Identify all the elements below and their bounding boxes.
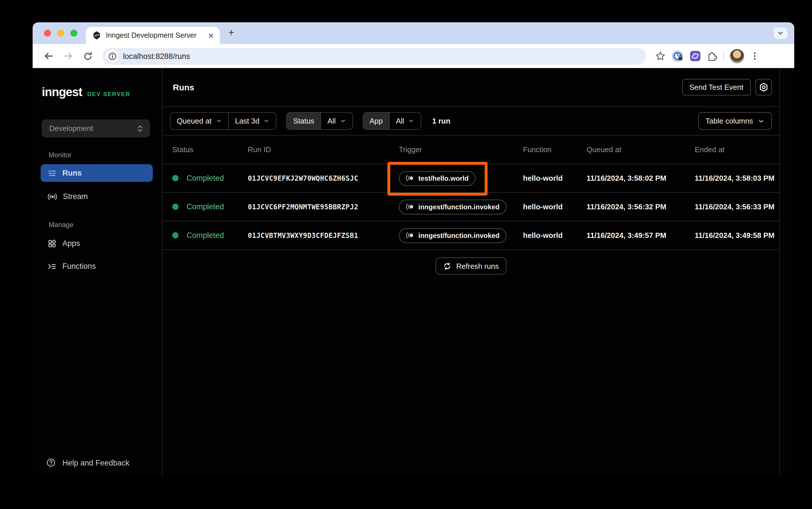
trigger-name: inngest/function.invoked <box>418 231 499 239</box>
chevron-down-icon <box>758 117 765 125</box>
app-filter-label: App <box>363 113 389 129</box>
new-tab-button[interactable]: + <box>228 28 234 38</box>
bookmark-star-icon[interactable] <box>655 51 665 61</box>
help-and-feedback[interactable]: Help and Feedback <box>46 458 129 467</box>
site-info-button[interactable] <box>106 50 119 62</box>
trigger-name: test/hello.world <box>418 174 469 182</box>
main-content: Runs Send Test Event Queued at <box>163 68 794 475</box>
close-window-button[interactable] <box>44 30 51 37</box>
page-header: Runs Send Test Event <box>163 68 779 107</box>
time-field-label: Queued at <box>177 117 212 125</box>
time-range-dropdown[interactable]: Last 3d <box>228 113 276 129</box>
column-header-status[interactable]: Status <box>172 145 248 154</box>
runs-panel: Runs Send Test Event Queued at <box>163 68 780 475</box>
table-row[interactable]: Completed 01JCVC9EFKJ2W70WQHC6ZH6SJC tes… <box>163 164 779 193</box>
forward-button[interactable] <box>60 48 76 64</box>
ended-at-value: 11/16/2024, 3:49:58 PM <box>695 231 780 240</box>
browser-tab[interactable]: Inngest Development Server ✕ <box>86 27 220 44</box>
password-manager-extension-icon[interactable] <box>671 50 684 62</box>
column-header-function[interactable]: Function <box>523 145 587 154</box>
sidebar-item-label: Functions <box>62 262 96 271</box>
environment-selector[interactable]: Development <box>42 120 150 137</box>
section-label-monitor: Monitor <box>48 151 162 159</box>
time-filter-group: Queued at Last 3d <box>170 112 277 130</box>
queued-at-value: 11/16/2024, 3:56:32 PM <box>587 202 695 211</box>
help-and-feedback-label: Help and Feedback <box>62 459 129 467</box>
apps-icon <box>47 239 57 248</box>
event-trigger-icon <box>406 202 414 211</box>
column-header-queued-at[interactable]: Queued at <box>587 145 695 154</box>
tab-search-chevron-button[interactable] <box>774 28 787 39</box>
column-header-ended-at[interactable]: Ended at <box>695 145 780 154</box>
sidebar-item-runs[interactable]: Runs <box>41 164 153 182</box>
function-name: hello-world <box>523 202 587 211</box>
screenshot-canvas: Inngest Development Server ✕ + <box>0 0 812 509</box>
profile-avatar[interactable] <box>729 48 745 64</box>
functions-icon <box>47 262 57 271</box>
time-field-dropdown[interactable]: Queued at <box>170 113 228 129</box>
browser-menu-kebab-icon[interactable] <box>750 52 759 61</box>
status-filter-label: Status <box>287 113 321 129</box>
refresh-runs-button[interactable]: Refresh runs <box>436 257 507 274</box>
chevron-down-icon <box>216 118 222 124</box>
status-filter-dropdown[interactable]: All <box>320 113 352 129</box>
send-test-event-button[interactable]: Send Test Event <box>682 79 751 96</box>
maximize-window-button[interactable] <box>70 30 77 37</box>
status-dot-completed <box>172 232 178 238</box>
column-header-run-id[interactable]: Run ID <box>248 145 399 154</box>
forward-arrow-icon <box>63 51 73 61</box>
queued-at-value: 11/16/2024, 3:58:02 PM <box>587 174 695 182</box>
time-range-value: Last 3d <box>235 117 259 125</box>
toolbar-divider <box>723 51 724 61</box>
inngest-app: inngest DEV SERVER Development Monitor R… <box>33 68 794 475</box>
refresh-runs-label: Refresh runs <box>456 262 499 270</box>
back-button[interactable] <box>41 48 57 64</box>
trigger-badge[interactable]: inngest/function.invoked <box>399 228 507 243</box>
status-cell: Completed <box>172 202 248 211</box>
browser-toolbar: localhost:8288/runs <box>33 44 794 68</box>
trigger-badge[interactable]: inngest/function.invoked <box>399 199 507 214</box>
sidebar-item-label: Apps <box>62 239 80 248</box>
table-columns-button[interactable]: Table columns <box>698 112 772 130</box>
ended-at-value: 11/16/2024, 3:58:03 PM <box>695 174 780 182</box>
tab-close-icon[interactable]: ✕ <box>206 31 215 40</box>
settings-button[interactable] <box>755 79 772 96</box>
tab-title: Inngest Development Server <box>106 31 202 39</box>
status-filter-value: All <box>327 117 336 125</box>
gear-icon <box>759 82 769 92</box>
reload-icon <box>83 51 92 61</box>
purple-extension-icon[interactable] <box>689 50 701 62</box>
extensions-puzzle-icon[interactable] <box>707 50 718 62</box>
sidebar-item-functions[interactable]: Functions <box>41 257 153 275</box>
app-filter-value: All <box>396 117 404 125</box>
url-bar[interactable]: localhost:8288/runs <box>102 48 646 64</box>
table-row[interactable]: Completed 01JCVC6PF2MQNMTWE95BBRZPJ2 inn… <box>163 193 779 221</box>
trigger-badge[interactable]: test/hello.world <box>399 171 476 185</box>
runs-icon <box>47 168 57 178</box>
status-label: Completed <box>187 202 224 211</box>
stream-icon <box>47 192 57 201</box>
table-header-row: Status Run ID Trigger Function Queued at… <box>163 136 779 164</box>
column-header-trigger[interactable]: Trigger <box>399 145 523 154</box>
table-row[interactable]: Completed 01JCVBTMV3WXY9D3CFDEJFZSB1 inn… <box>163 221 779 250</box>
sidebar-item-label: Stream <box>63 192 88 201</box>
table-columns-label: Table columns <box>706 117 753 125</box>
minimize-window-button[interactable] <box>57 30 64 37</box>
url-text: localhost:8288/runs <box>123 52 190 60</box>
reload-button[interactable] <box>79 48 96 64</box>
event-trigger-icon <box>406 231 414 240</box>
status-label: Completed <box>187 174 224 182</box>
inngest-logo: inngest <box>42 85 82 99</box>
app-filter-dropdown[interactable]: All <box>389 113 421 129</box>
inngest-favicon-icon <box>92 31 101 40</box>
status-dot-completed <box>172 204 178 210</box>
dev-server-badge: DEV SERVER <box>87 91 130 97</box>
refresh-icon <box>443 262 452 270</box>
sidebar-item-apps[interactable]: Apps <box>41 235 153 252</box>
run-id: 01JCVC6PF2MQNMTWE95BBRZPJ2 <box>248 203 399 211</box>
select-chevrons-icon <box>137 125 143 132</box>
sidebar-item-stream[interactable]: Stream <box>41 188 153 205</box>
event-trigger-icon <box>406 174 414 182</box>
info-icon <box>108 52 117 60</box>
browser-tab-bar: Inngest Development Server ✕ + <box>33 22 794 44</box>
